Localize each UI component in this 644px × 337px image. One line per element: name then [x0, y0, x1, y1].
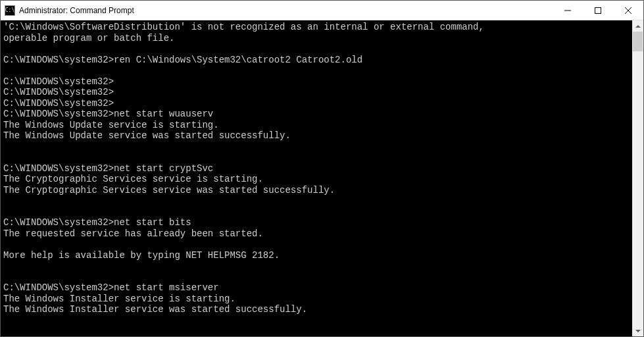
scroll-up-arrow[interactable] — [632, 20, 643, 32]
titlebar[interactable]: C:\ Administrator: Command Prompt — [1, 1, 643, 20]
window-controls — [553, 1, 643, 20]
window-title: Administrator: Command Prompt — [19, 6, 553, 15]
svg-rect-1 — [595, 7, 601, 13]
scroll-thumb[interactable] — [633, 32, 643, 51]
minimize-button[interactable] — [553, 1, 583, 20]
scroll-track[interactable] — [632, 32, 643, 325]
close-button[interactable] — [613, 1, 643, 20]
cmd-icon: C:\ — [5, 5, 15, 16]
vertical-scrollbar[interactable] — [632, 20, 643, 336]
scroll-down-arrow[interactable] — [632, 325, 643, 336]
console-output[interactable]: 'C:\Windows\SoftwareDistribution' is not… — [1, 20, 632, 336]
maximize-button[interactable] — [583, 1, 613, 20]
command-prompt-window: C:\ Administrator: Command Prompt 'C:\Wi… — [0, 0, 644, 337]
console-area: 'C:\Windows\SoftwareDistribution' is not… — [1, 20, 643, 336]
svg-marker-4 — [635, 25, 641, 28]
svg-marker-5 — [635, 330, 641, 332]
